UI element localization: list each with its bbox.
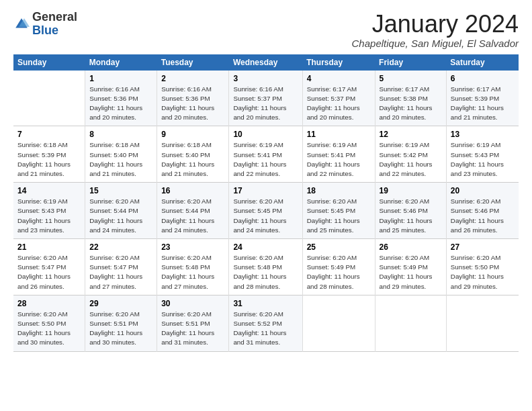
day-number: 30 [161,299,224,308]
cell-w2-d0: 7Sunrise: 6:18 AM Sunset: 5:39 PM Daylig… [13,126,85,183]
cell-w2-d6: 13Sunrise: 6:19 AM Sunset: 5:43 PM Dayli… [446,126,519,183]
day-number: 15 [89,186,152,195]
day-number: 8 [89,130,152,139]
day-info: Sunrise: 6:19 AM Sunset: 5:41 PM Dayligh… [307,140,371,179]
week-row-2: 7Sunrise: 6:18 AM Sunset: 5:39 PM Daylig… [13,126,519,183]
day-info: Sunrise: 6:20 AM Sunset: 5:49 PM Dayligh… [307,253,371,291]
cell-w5-d1: 29Sunrise: 6:20 AM Sunset: 5:51 PM Dayli… [85,295,157,351]
cell-w4-d1: 22Sunrise: 6:20 AM Sunset: 5:47 PM Dayli… [85,239,157,295]
day-info: Sunrise: 6:16 AM Sunset: 5:37 PM Dayligh… [233,85,298,123]
logo-general: General [32,10,77,24]
day-info: Sunrise: 6:19 AM Sunset: 5:43 PM Dayligh… [451,140,515,179]
logo: General Blue [13,11,77,38]
header-wednesday: Wednesday [229,54,302,71]
cell-w1-d6: 6Sunrise: 6:17 AM Sunset: 5:39 PM Daylig… [446,71,519,126]
location-subtitle: Chapeltique, San Miguel, El Salvador [352,38,519,49]
day-number: 1 [89,74,152,83]
cell-w2-d5: 12Sunrise: 6:19 AM Sunset: 5:42 PM Dayli… [375,126,446,183]
cell-w1-d5: 5Sunrise: 6:17 AM Sunset: 5:38 PM Daylig… [375,71,446,126]
day-number: 17 [233,186,298,195]
title-block: January 2024 Chapeltique, San Miguel, El… [352,11,519,49]
day-number: 26 [380,242,442,252]
logo-blue: Blue [32,24,58,37]
cell-w3-d5: 19Sunrise: 6:20 AM Sunset: 5:46 PM Dayli… [375,183,446,239]
cell-w4-d3: 24Sunrise: 6:20 AM Sunset: 5:48 PM Dayli… [229,239,302,295]
cell-w4-d5: 26Sunrise: 6:20 AM Sunset: 5:49 PM Dayli… [375,239,446,295]
cell-w3-d6: 20Sunrise: 6:20 AM Sunset: 5:46 PM Dayli… [446,183,519,239]
cell-w3-d0: 14Sunrise: 6:19 AM Sunset: 5:43 PM Dayli… [13,183,85,239]
cell-w2-d1: 8Sunrise: 6:18 AM Sunset: 5:40 PM Daylig… [85,126,157,183]
day-info: Sunrise: 6:17 AM Sunset: 5:38 PM Dayligh… [380,85,442,123]
day-info: Sunrise: 6:19 AM Sunset: 5:41 PM Dayligh… [233,140,298,179]
day-number: 27 [451,242,515,252]
day-info: Sunrise: 6:16 AM Sunset: 5:36 PM Dayligh… [89,85,152,123]
cell-w3-d3: 17Sunrise: 6:20 AM Sunset: 5:45 PM Dayli… [229,183,302,239]
day-info: Sunrise: 6:20 AM Sunset: 5:48 PM Dayligh… [233,253,298,291]
day-info: Sunrise: 6:17 AM Sunset: 5:37 PM Dayligh… [307,85,371,123]
cell-w4-d6: 27Sunrise: 6:20 AM Sunset: 5:50 PM Dayli… [446,239,519,295]
header: General Blue January 2024 Chapeltique, S… [13,11,519,49]
day-number: 11 [307,130,371,139]
cell-w2-d3: 10Sunrise: 6:19 AM Sunset: 5:41 PM Dayli… [229,126,302,183]
day-info: Sunrise: 6:20 AM Sunset: 5:46 PM Dayligh… [451,197,515,235]
day-info: Sunrise: 6:20 AM Sunset: 5:47 PM Dayligh… [89,253,152,291]
day-number: 19 [380,186,442,195]
day-number: 7 [17,130,81,139]
cell-w3-d4: 18Sunrise: 6:20 AM Sunset: 5:45 PM Dayli… [302,183,375,239]
cell-w1-d4: 4Sunrise: 6:17 AM Sunset: 5:37 PM Daylig… [302,71,375,126]
day-info: Sunrise: 6:20 AM Sunset: 5:46 PM Dayligh… [380,197,442,235]
cell-w2-d4: 11Sunrise: 6:19 AM Sunset: 5:41 PM Dayli… [302,126,375,183]
day-info: Sunrise: 6:20 AM Sunset: 5:44 PM Dayligh… [161,197,224,235]
header-sunday: Sunday [13,54,85,71]
cell-w5-d6 [446,295,519,351]
day-info: Sunrise: 6:20 AM Sunset: 5:51 PM Dayligh… [161,310,224,348]
day-number: 28 [17,299,81,308]
day-info: Sunrise: 6:20 AM Sunset: 5:48 PM Dayligh… [161,253,224,291]
cell-w4-d0: 21Sunrise: 6:20 AM Sunset: 5:47 PM Dayli… [13,239,85,295]
cell-w5-d5 [375,295,446,351]
logo-text: General Blue [32,11,77,38]
header-tuesday: Tuesday [157,54,229,71]
day-info: Sunrise: 6:20 AM Sunset: 5:45 PM Dayligh… [233,197,298,235]
month-title: January 2024 [352,11,519,38]
day-info: Sunrise: 6:18 AM Sunset: 5:40 PM Dayligh… [89,140,152,179]
cell-w1-d0 [13,71,85,126]
cell-w3-d2: 16Sunrise: 6:20 AM Sunset: 5:44 PM Dayli… [157,183,229,239]
calendar-page: General Blue January 2024 Chapeltique, S… [0,0,532,411]
day-info: Sunrise: 6:20 AM Sunset: 5:47 PM Dayligh… [17,253,81,291]
header-friday: Friday [375,54,446,71]
calendar-table: Sunday Monday Tuesday Wednesday Thursday… [13,54,519,352]
cell-w4-d4: 25Sunrise: 6:20 AM Sunset: 5:49 PM Dayli… [302,239,375,295]
cell-w5-d4 [302,295,375,351]
day-info: Sunrise: 6:20 AM Sunset: 5:45 PM Dayligh… [307,197,371,235]
day-number: 31 [233,299,298,308]
day-number: 10 [233,130,298,139]
cell-w2-d2: 9Sunrise: 6:18 AM Sunset: 5:40 PM Daylig… [157,126,229,183]
day-number: 9 [161,130,224,139]
day-number: 22 [89,242,152,252]
day-info: Sunrise: 6:18 AM Sunset: 5:39 PM Dayligh… [17,140,81,179]
day-number: 25 [307,242,371,252]
day-number: 16 [161,186,224,195]
day-number: 6 [451,74,515,83]
day-number: 5 [380,74,442,83]
cell-w1-d2: 2Sunrise: 6:16 AM Sunset: 5:36 PM Daylig… [157,71,229,126]
day-number: 12 [380,130,442,139]
cell-w1-d1: 1Sunrise: 6:16 AM Sunset: 5:36 PM Daylig… [85,71,157,126]
cell-w5-d2: 30Sunrise: 6:20 AM Sunset: 5:51 PM Dayli… [157,295,229,351]
week-row-5: 28Sunrise: 6:20 AM Sunset: 5:50 PM Dayli… [13,295,519,351]
header-saturday: Saturday [446,54,519,71]
day-number: 18 [307,186,371,195]
day-info: Sunrise: 6:20 AM Sunset: 5:49 PM Dayligh… [380,253,442,291]
week-row-4: 21Sunrise: 6:20 AM Sunset: 5:47 PM Dayli… [13,239,519,295]
day-info: Sunrise: 6:20 AM Sunset: 5:44 PM Dayligh… [89,197,152,235]
cell-w3-d1: 15Sunrise: 6:20 AM Sunset: 5:44 PM Dayli… [85,183,157,239]
day-info: Sunrise: 6:16 AM Sunset: 5:36 PM Dayligh… [161,85,224,123]
day-number: 21 [17,242,81,252]
header-thursday: Thursday [302,54,375,71]
logo-icon [13,16,30,32]
day-info: Sunrise: 6:19 AM Sunset: 5:43 PM Dayligh… [17,197,81,235]
day-number: 24 [233,242,298,252]
day-info: Sunrise: 6:19 AM Sunset: 5:42 PM Dayligh… [380,140,442,179]
day-number: 3 [233,74,298,83]
